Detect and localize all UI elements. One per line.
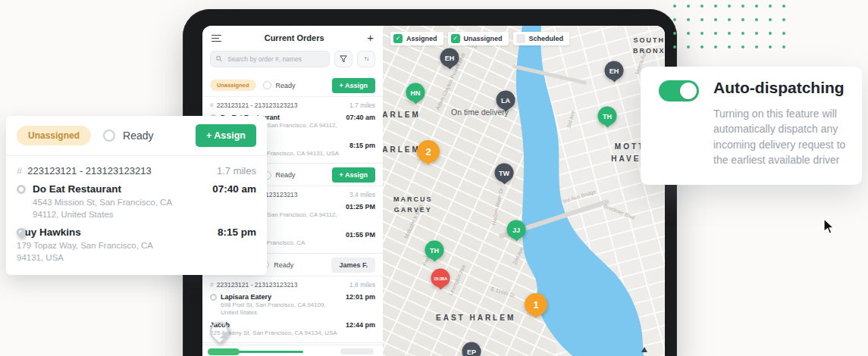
checkbox[interactable]: ✓ <box>451 34 460 43</box>
map-marker[interactable]: TW <box>495 164 514 183</box>
marker-label: TH <box>430 246 439 254</box>
panel-title: Current Orders <box>221 33 367 42</box>
chip-label: Unassigned <box>464 35 503 42</box>
ready-label: Ready <box>123 130 153 142</box>
marker-label: JJ <box>512 226 520 233</box>
distance: 1.8 miles <box>349 281 375 289</box>
dropoff-time: 12:44 pm <box>346 321 375 329</box>
marker-label: EH <box>445 54 455 61</box>
map-filter-chips: ✓ Assigned ✓ Unassigned Scheduled <box>390 32 569 45</box>
pickup-stop: Lapisara Eatery12:01 pm 698 Post St, San… <box>210 291 375 319</box>
map-area-label: SOUTH BRONX <box>633 35 665 57</box>
dropoff-time: 01:55 PM <box>346 231 375 239</box>
overlay-header: Unassigned Ready + Assign <box>6 116 267 155</box>
ready-label: Ready <box>276 171 296 179</box>
toggle-knob <box>680 83 697 99</box>
map-marker[interactable]: EH <box>605 61 624 80</box>
pickup-name: Lapisara Eatery <box>221 293 271 301</box>
map-filter-chip[interactable]: Scheduled <box>513 32 570 45</box>
assign-button[interactable]: + Assign <box>332 78 375 93</box>
map-area-label: MARCUS GARVEY <box>393 194 433 216</box>
marker-label: EP <box>467 348 476 355</box>
map-filter-chip[interactable]: ✓ Unassigned <box>448 32 509 45</box>
dropoff-time: 8:15 pm <box>349 142 375 149</box>
distance: 3.4 miles <box>349 191 375 198</box>
funnel-icon <box>340 55 347 63</box>
partial-status-badge <box>208 348 240 355</box>
dropoff-address: 225 Ankeny St, San Francisco, CA 94134, … <box>210 329 375 338</box>
auto-dispatch-toggle[interactable] <box>659 80 699 101</box>
map-marker[interactable]: EP <box>462 342 481 356</box>
partial-driver-button <box>340 348 374 354</box>
marker-label: TW <box>499 169 509 176</box>
partial-order-card <box>202 345 383 356</box>
auto-dispatch-title: Auto-dispatching <box>713 79 844 97</box>
hash-icon: # <box>210 101 214 109</box>
marker-label: 1 <box>533 299 538 311</box>
map-marker[interactable]: EH <box>440 48 459 67</box>
map-marker[interactable]: 2 <box>417 140 440 163</box>
order-detail-overlay: Unassigned Ready + Assign # 223123121 - … <box>6 116 267 275</box>
ready-label: Ready <box>276 82 296 89</box>
pickup-address: 4543 Mission St, San Francisco, CA 94112… <box>33 196 196 220</box>
marker-label: TH <box>603 112 612 120</box>
dots-decoration <box>673 5 785 48</box>
map-area-label: HARLEM <box>383 109 421 121</box>
pickup-name: Do Eat Restaurant <box>33 183 121 195</box>
distance: 1.7 miles <box>217 165 256 176</box>
search-row: ↑↓ <box>202 47 383 74</box>
dropoff-stop: Jacob12:44 pm 225 Ankeny St, San Francis… <box>210 319 375 339</box>
map-marker[interactable]: HN <box>406 83 425 102</box>
checkbox[interactable]: ✓ <box>393 34 403 43</box>
map-marker[interactable]: JJ <box>507 220 526 239</box>
compass-icon[interactable] <box>641 347 647 352</box>
mouse-cursor <box>823 218 835 235</box>
menu-icon[interactable] <box>212 33 221 44</box>
ready-radio[interactable] <box>103 130 115 142</box>
search-box[interactable] <box>210 51 330 67</box>
ready-radio[interactable] <box>263 81 271 89</box>
pickup-address: 698 Post St, San Francisco, CA 94109, Un… <box>221 301 375 317</box>
pickup-time: 01:25 PM <box>346 203 375 211</box>
assign-button[interactable]: + Assign <box>332 167 375 183</box>
map-area-label: EAST HARLEM <box>436 312 515 324</box>
status-badge: Unassigned <box>210 80 256 91</box>
map-filter-chip[interactable]: ✓ Assigned <box>390 32 443 45</box>
map-area-label: HARLEM <box>383 144 421 156</box>
marker-label: 2 <box>425 146 431 158</box>
search-input[interactable] <box>226 55 324 64</box>
map-marker[interactable]: TH <box>598 107 617 126</box>
pickup-time: 07:40 am <box>346 114 375 121</box>
map[interactable]: On time delivery ✓ Assigned ✓ Unassigned… <box>383 26 665 356</box>
harlem-river <box>383 26 665 356</box>
sort-button[interactable]: ↑↓ <box>357 51 375 67</box>
chip-label: Assigned <box>406 35 437 42</box>
marker-label: 15:38A <box>434 276 447 280</box>
filter-button[interactable] <box>334 51 353 67</box>
hash-icon: # <box>17 165 22 176</box>
ready-label: Ready <box>274 261 293 269</box>
pickup-time: 12:01 pm <box>346 293 375 301</box>
stage: Current Orders + ↑↓ <box>0 0 868 356</box>
map-marker[interactable]: 15:38A <box>431 269 450 288</box>
distance: 1.7 miles <box>349 101 375 109</box>
order-number: 223123121 - 213123123213 <box>27 165 151 176</box>
search-icon <box>216 55 222 62</box>
dropoff-time: 8:15 pm <box>218 226 256 238</box>
order-number: 223123121 - 213123123213 <box>217 101 298 109</box>
add-order-button[interactable]: + <box>367 33 374 43</box>
marker-label: HN <box>411 89 421 96</box>
panel-header: Current Orders + <box>202 26 383 47</box>
pickup-time: 07:40 am <box>212 183 256 195</box>
pickup-icon <box>17 185 26 194</box>
status-badge: Unassigned <box>17 126 91 145</box>
auto-dispatch-description: Turning on this feature will automatical… <box>713 106 847 167</box>
pickup-icon <box>210 294 217 301</box>
assign-button[interactable]: James F. <box>331 258 375 273</box>
auto-dispatch-card: Auto-dispatching Turning on this feature… <box>641 67 862 185</box>
map-marker[interactable]: LA <box>497 91 515 110</box>
assign-button[interactable]: + Assign <box>196 124 256 147</box>
map-marker[interactable]: 1 <box>525 293 547 316</box>
map-marker[interactable]: TH <box>425 241 444 260</box>
checkbox[interactable] <box>516 34 525 43</box>
